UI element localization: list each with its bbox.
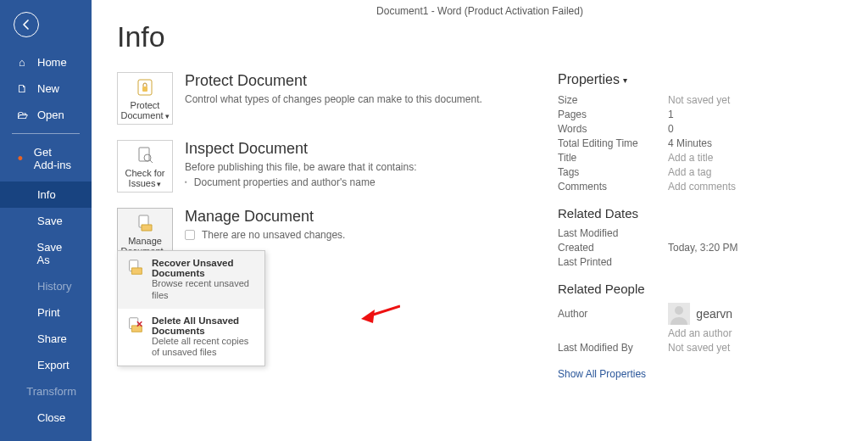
nav-label: Close	[37, 411, 65, 424]
nav-saveas[interactable]: Save As	[0, 234, 92, 273]
author-name[interactable]: gearvn	[696, 307, 732, 321]
menu-sub: Delete all recent copies of unsaved file…	[152, 336, 256, 360]
doc-folder-icon	[135, 213, 155, 233]
chevron-down-icon: ▾	[165, 112, 170, 120]
created-label: Created	[558, 242, 668, 254]
manage-section: ManageDocument▾ Manage Document There ar…	[117, 208, 507, 260]
lastmodby-value: Not saved yet	[668, 342, 730, 354]
lastmod-label: Last Modified	[558, 227, 668, 239]
prop-title-label: Title	[558, 152, 668, 164]
manage-heading: Manage Document	[185, 208, 345, 226]
protect-heading: Protect Document	[185, 72, 482, 90]
nav-label: New	[37, 82, 59, 95]
prop-pages-label: Pages	[558, 109, 668, 120]
nav-save[interactable]: Save	[0, 208, 92, 234]
tile-label: Protect	[131, 100, 160, 110]
nav-label: Share	[37, 332, 67, 345]
manage-desc: There are no unsaved changes.	[202, 229, 345, 241]
open-folder-icon: 🗁	[15, 109, 29, 121]
nav-label: Open	[37, 109, 64, 121]
back-button[interactable]	[14, 12, 39, 37]
add-author[interactable]: Add an author	[668, 327, 732, 339]
prop-comments-label: Comments	[558, 181, 668, 193]
delete-unsaved-item[interactable]: Delete All Unsaved Documents Delete all …	[118, 309, 264, 366]
tile-label: Issues	[129, 178, 156, 188]
back-arrow-icon	[19, 18, 33, 31]
created-value: Today, 3:20 PM	[668, 242, 738, 254]
chevron-down-icon: ▾	[623, 75, 627, 85]
author-label: Author	[558, 308, 668, 320]
protect-section: ProtectDocument▾ Protect Document Contro…	[117, 72, 507, 125]
manage-document-menu: Recover Unsaved Documents Browse recent …	[117, 250, 265, 366]
protect-desc: Control what types of changes people can…	[185, 93, 482, 105]
nav-info[interactable]: Info	[0, 181, 92, 208]
prop-tags-value[interactable]: Add a tag	[668, 166, 711, 178]
avatar-icon	[668, 303, 690, 325]
delete-icon	[126, 315, 145, 334]
home-icon: ⌂	[15, 56, 29, 69]
recover-unsaved-item[interactable]: Recover Unsaved Documents Browse recent …	[118, 251, 264, 309]
svg-rect-1	[142, 87, 147, 92]
nav-transform: Transform	[0, 378, 92, 405]
properties-label: Properties	[558, 72, 620, 87]
nav-divider	[12, 133, 80, 134]
nav-history: History	[0, 273, 92, 299]
nav-label: Print	[37, 306, 60, 319]
nav-print[interactable]: Print	[0, 299, 92, 326]
magnifier-doc-icon	[135, 145, 155, 165]
nav-label: History	[37, 280, 71, 293]
tile-label: Check for	[125, 168, 164, 178]
prop-title-value[interactable]: Add a title	[668, 152, 713, 164]
nav-close[interactable]: Close	[0, 405, 92, 431]
tile-label: Document	[120, 110, 163, 120]
tile-label: Manage	[128, 236, 162, 246]
properties-header[interactable]: Properties▾	[558, 72, 844, 87]
nav-share[interactable]: Share	[0, 326, 92, 352]
backstage-sidebar: ⌂Home 🗋New 🗁Open •Get Add-ins Info Save …	[0, 0, 92, 441]
related-people-header: Related People	[558, 282, 844, 296]
menu-sub: Browse recent unsaved files	[152, 278, 256, 302]
inspect-section: Check forIssues▾ Inspect Document Before…	[117, 140, 507, 193]
nav-label: Home	[37, 56, 67, 69]
prop-time-label: Total Editing Time	[558, 137, 668, 149]
prop-tags-label: Tags	[558, 166, 668, 178]
prop-size-label: Size	[558, 94, 668, 106]
nav-addins[interactable]: •Get Add-ins	[0, 139, 92, 178]
nav-label: Info	[37, 188, 56, 201]
title-bar: Document1 - Word (Product Activation Fai…	[92, 5, 868, 17]
inspect-heading: Inspect Document	[185, 140, 417, 158]
nav-open[interactable]: 🗁Open	[0, 102, 92, 128]
prop-comments-value[interactable]: Add comments	[668, 181, 736, 193]
nav-label: Get Add-ins	[34, 146, 76, 171]
nav-label: Export	[37, 359, 70, 371]
nav-export[interactable]: Export	[0, 352, 92, 378]
prop-pages-value: 1	[668, 109, 674, 120]
prop-time-value: 4 Minutes	[668, 137, 712, 149]
nav-new[interactable]: 🗋New	[0, 75, 92, 102]
prop-size-value: Not saved yet	[668, 94, 730, 106]
related-dates-header: Related Dates	[558, 206, 844, 220]
nav-label: Transform	[26, 385, 76, 398]
inspect-item: Document properties and author's name	[185, 176, 417, 188]
lastmodby-label: Last Modified By	[558, 342, 668, 354]
nav-label: Save	[37, 215, 63, 227]
menu-title: Recover Unsaved Documents	[152, 258, 256, 278]
inspect-desc: Before publishing this file, be aware th…	[185, 161, 417, 173]
nav-label: Save As	[37, 241, 76, 266]
menu-title: Delete All Unsaved Documents	[152, 315, 256, 336]
prop-words-value: 0	[668, 123, 674, 135]
main-pane: Document1 - Word (Product Activation Fai…	[92, 0, 868, 441]
annotation-arrow-icon	[361, 301, 400, 327]
new-doc-icon: 🗋	[15, 82, 29, 95]
protect-document-button[interactable]: ProtectDocument▾	[117, 72, 173, 125]
prop-words-label: Words	[558, 123, 668, 135]
show-all-properties[interactable]: Show All Properties	[558, 368, 646, 380]
no-changes-icon	[185, 230, 195, 240]
printed-label: Last Printed	[558, 256, 668, 268]
check-issues-button[interactable]: Check forIssues▾	[117, 140, 173, 193]
lock-shield-icon	[135, 77, 155, 98]
svg-point-7	[675, 306, 683, 315]
nav-home[interactable]: ⌂Home	[0, 49, 92, 75]
chevron-down-icon: ▾	[157, 180, 161, 188]
recover-icon	[126, 258, 145, 276]
